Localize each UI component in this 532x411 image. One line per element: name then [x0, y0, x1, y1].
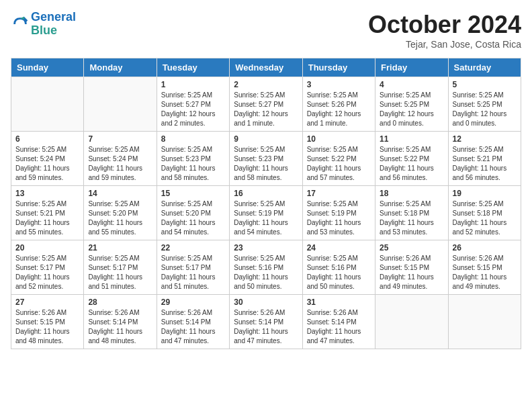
- week-row-4: 20Sunrise: 5:25 AM Sunset: 5:17 PM Dayli…: [11, 240, 521, 295]
- day-number: 18: [380, 189, 443, 198]
- day-cell: 23Sunrise: 5:25 AM Sunset: 5:16 PM Dayli…: [230, 240, 302, 295]
- day-info: Sunrise: 5:25 AM Sunset: 5:21 PM Dayligh…: [15, 199, 79, 237]
- day-number: 29: [161, 298, 225, 307]
- day-cell: 31Sunrise: 5:26 AM Sunset: 5:14 PM Dayli…: [302, 295, 375, 349]
- day-info: Sunrise: 5:25 AM Sunset: 5:27 PM Dayligh…: [161, 91, 225, 128]
- day-number: 31: [307, 298, 371, 307]
- header-friday: Friday: [375, 58, 448, 77]
- day-info: Sunrise: 5:25 AM Sunset: 5:17 PM Dayligh…: [88, 254, 152, 291]
- day-info: Sunrise: 5:26 AM Sunset: 5:15 PM Dayligh…: [380, 254, 443, 291]
- day-info: Sunrise: 5:25 AM Sunset: 5:21 PM Dayligh…: [453, 145, 517, 183]
- logo-line1: General: [31, 10, 76, 24]
- day-info: Sunrise: 5:25 AM Sunset: 5:20 PM Dayligh…: [161, 199, 225, 237]
- day-info: Sunrise: 5:26 AM Sunset: 5:14 PM Dayligh…: [307, 308, 371, 346]
- day-cell: 21Sunrise: 5:25 AM Sunset: 5:17 PM Dayli…: [84, 240, 157, 295]
- week-row-2: 6Sunrise: 5:25 AM Sunset: 5:24 PM Daylig…: [11, 132, 521, 186]
- day-number: 16: [234, 189, 298, 198]
- logo-icon: [11, 15, 30, 34]
- day-number: 13: [15, 189, 79, 198]
- day-number: 10: [307, 134, 371, 144]
- day-info: Sunrise: 5:26 AM Sunset: 5:15 PM Dayligh…: [453, 254, 517, 291]
- header-saturday: Saturday: [448, 58, 521, 77]
- day-info: Sunrise: 5:25 AM Sunset: 5:25 PM Dayligh…: [453, 91, 517, 128]
- day-cell: 10Sunrise: 5:25 AM Sunset: 5:22 PM Dayli…: [302, 132, 375, 186]
- day-info: Sunrise: 5:25 AM Sunset: 5:17 PM Dayligh…: [161, 254, 225, 291]
- day-info: Sunrise: 5:25 AM Sunset: 5:16 PM Dayligh…: [307, 254, 371, 291]
- day-number: 26: [453, 243, 517, 253]
- day-info: Sunrise: 5:25 AM Sunset: 5:16 PM Dayligh…: [234, 254, 298, 291]
- location-subtitle: Tejar, San Jose, Costa Rica: [368, 39, 521, 50]
- day-number: 6: [15, 134, 79, 144]
- day-cell: 15Sunrise: 5:25 AM Sunset: 5:20 PM Dayli…: [157, 186, 229, 240]
- day-cell: [11, 77, 84, 132]
- header-thursday: Thursday: [302, 58, 375, 77]
- header-monday: Monday: [84, 58, 157, 77]
- day-cell: 4Sunrise: 5:25 AM Sunset: 5:25 PM Daylig…: [375, 77, 448, 132]
- day-number: 24: [307, 243, 371, 253]
- day-number: 11: [380, 134, 443, 144]
- month-title: October 2024: [368, 11, 521, 39]
- day-number: 20: [15, 243, 79, 253]
- day-cell: [84, 77, 157, 132]
- day-cell: [375, 295, 448, 349]
- day-cell: 6Sunrise: 5:25 AM Sunset: 5:24 PM Daylig…: [11, 132, 84, 186]
- day-number: 22: [161, 243, 225, 253]
- day-cell: 12Sunrise: 5:25 AM Sunset: 5:21 PM Dayli…: [448, 132, 521, 186]
- day-info: Sunrise: 5:25 AM Sunset: 5:22 PM Dayligh…: [380, 145, 443, 183]
- day-number: 7: [88, 134, 152, 144]
- logo-line2: Blue: [31, 24, 57, 37]
- day-info: Sunrise: 5:25 AM Sunset: 5:19 PM Dayligh…: [234, 199, 298, 237]
- day-info: Sunrise: 5:25 AM Sunset: 5:24 PM Dayligh…: [88, 145, 152, 183]
- day-cell: 8Sunrise: 5:25 AM Sunset: 5:23 PM Daylig…: [157, 132, 229, 186]
- day-cell: 18Sunrise: 5:25 AM Sunset: 5:18 PM Dayli…: [375, 186, 448, 240]
- day-info: Sunrise: 5:25 AM Sunset: 5:17 PM Dayligh…: [15, 254, 79, 291]
- day-cell: 19Sunrise: 5:25 AM Sunset: 5:18 PM Dayli…: [448, 186, 521, 240]
- day-cell: 20Sunrise: 5:25 AM Sunset: 5:17 PM Dayli…: [11, 240, 84, 295]
- day-number: 3: [307, 80, 371, 89]
- day-number: 4: [380, 80, 443, 89]
- day-number: 27: [15, 298, 79, 307]
- day-info: Sunrise: 5:25 AM Sunset: 5:19 PM Dayligh…: [307, 199, 371, 237]
- day-cell: 2Sunrise: 5:25 AM Sunset: 5:27 PM Daylig…: [230, 77, 302, 132]
- day-info: Sunrise: 5:25 AM Sunset: 5:25 PM Dayligh…: [380, 91, 443, 128]
- day-info: Sunrise: 5:26 AM Sunset: 5:14 PM Dayligh…: [234, 308, 298, 346]
- day-info: Sunrise: 5:25 AM Sunset: 5:18 PM Dayligh…: [453, 199, 517, 237]
- day-number: 23: [234, 243, 298, 253]
- day-info: Sunrise: 5:25 AM Sunset: 5:20 PM Dayligh…: [88, 199, 152, 237]
- day-number: 8: [161, 134, 225, 144]
- week-row-3: 13Sunrise: 5:25 AM Sunset: 5:21 PM Dayli…: [11, 186, 521, 240]
- header-wednesday: Wednesday: [230, 58, 302, 77]
- day-number: 5: [453, 80, 517, 89]
- day-info: Sunrise: 5:25 AM Sunset: 5:22 PM Dayligh…: [307, 145, 371, 183]
- day-cell: 13Sunrise: 5:25 AM Sunset: 5:21 PM Dayli…: [11, 186, 84, 240]
- day-cell: 1Sunrise: 5:25 AM Sunset: 5:27 PM Daylig…: [157, 77, 229, 132]
- header-sunday: Sunday: [11, 58, 84, 77]
- day-number: 19: [453, 189, 517, 198]
- day-number: 17: [307, 189, 371, 198]
- day-info: Sunrise: 5:25 AM Sunset: 5:23 PM Dayligh…: [234, 145, 298, 183]
- day-number: 30: [234, 298, 298, 307]
- day-cell: 29Sunrise: 5:26 AM Sunset: 5:14 PM Dayli…: [157, 295, 229, 349]
- day-info: Sunrise: 5:26 AM Sunset: 5:15 PM Dayligh…: [15, 308, 79, 346]
- day-cell: 24Sunrise: 5:25 AM Sunset: 5:16 PM Dayli…: [302, 240, 375, 295]
- day-number: 14: [88, 189, 152, 198]
- logo-text: General Blue: [31, 11, 76, 38]
- day-cell: 22Sunrise: 5:25 AM Sunset: 5:17 PM Dayli…: [157, 240, 229, 295]
- day-number: 15: [161, 189, 225, 198]
- day-number: 21: [88, 243, 152, 253]
- day-cell: 26Sunrise: 5:26 AM Sunset: 5:15 PM Dayli…: [448, 240, 521, 295]
- day-number: 25: [380, 243, 443, 253]
- day-cell: 9Sunrise: 5:25 AM Sunset: 5:23 PM Daylig…: [230, 132, 302, 186]
- day-info: Sunrise: 5:25 AM Sunset: 5:18 PM Dayligh…: [380, 199, 443, 237]
- day-info: Sunrise: 5:25 AM Sunset: 5:26 PM Dayligh…: [307, 91, 371, 128]
- calendar-table: SundayMondayTuesdayWednesdayThursdayFrid…: [11, 58, 521, 349]
- week-row-5: 27Sunrise: 5:26 AM Sunset: 5:15 PM Dayli…: [11, 295, 521, 349]
- header-tuesday: Tuesday: [157, 58, 229, 77]
- week-row-1: 1Sunrise: 5:25 AM Sunset: 5:27 PM Daylig…: [11, 77, 521, 132]
- day-number: 28: [88, 298, 152, 307]
- day-cell: 16Sunrise: 5:25 AM Sunset: 5:19 PM Dayli…: [230, 186, 302, 240]
- title-block: October 2024 Tejar, San Jose, Costa Rica: [368, 11, 521, 50]
- day-info: Sunrise: 5:25 AM Sunset: 5:27 PM Dayligh…: [234, 91, 298, 128]
- day-number: 1: [161, 80, 225, 89]
- page-header: General Blue October 2024 Tejar, San Jos…: [11, 11, 521, 50]
